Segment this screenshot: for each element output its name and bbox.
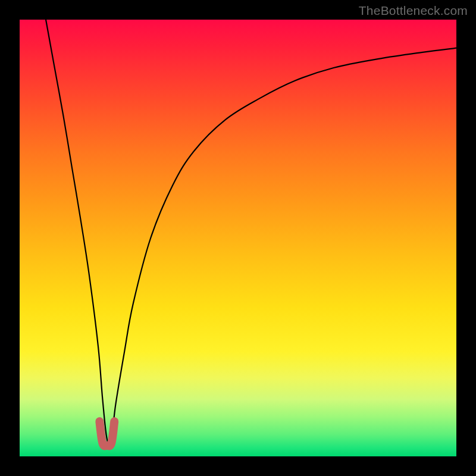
chart-svg — [20, 20, 456, 456]
chart-frame: TheBottleneck.com — [0, 0, 476, 476]
watermark-text: TheBottleneck.com — [359, 4, 468, 18]
chart-plot-area — [20, 20, 456, 456]
optimal-range-marker — [99, 421, 114, 446]
bottleneck-curve — [46, 20, 456, 444]
